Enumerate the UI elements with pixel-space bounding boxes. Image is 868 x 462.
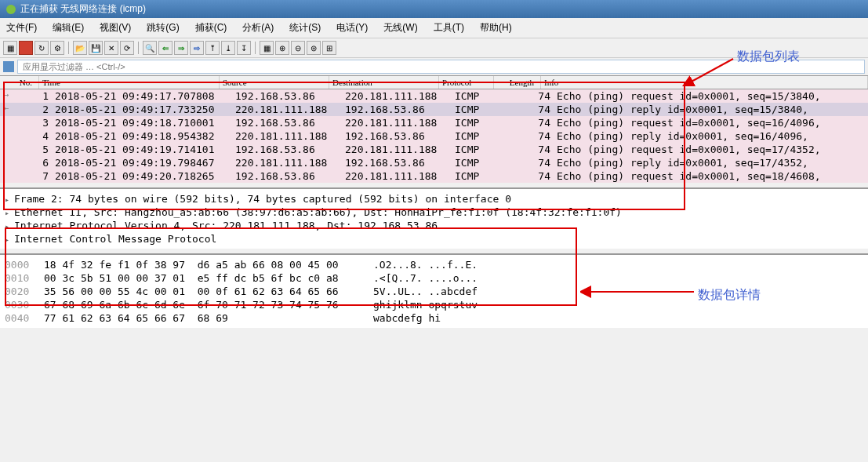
menu-item[interactable]: 分析(A) (239, 20, 277, 36)
packet-row[interactable]: 62018-05-21 09:49:19.798467220.181.111.1… (0, 156, 868, 169)
col-source[interactable]: Source (220, 76, 329, 89)
save-file-button[interactable]: 💾 (89, 41, 103, 55)
hex-offset: 0040 (5, 312, 44, 324)
hex-row[interactable]: 004077 61 62 63 64 65 66 67 68 69wabcdef… (5, 311, 863, 325)
col-time[interactable]: Time (39, 76, 220, 89)
menu-item[interactable]: 跳转(G) (143, 20, 182, 36)
hex-bytes: 18 4f 32 fe f1 0f 38 97 d6 a5 ab 66 08 0… (44, 259, 373, 271)
menu-item[interactable]: 文件(F) (3, 20, 40, 36)
autoscroll-button[interactable]: ↧ (237, 41, 251, 55)
cell-source: 192.168.53.86 (232, 90, 342, 102)
packet-row[interactable]: 32018-05-21 09:49:18.710001192.168.53.86… (0, 116, 868, 129)
col-protocol[interactable]: Protocol (439, 76, 494, 89)
cell-protocol: ICMP (452, 130, 507, 142)
cell-source: 220.181.111.188 (232, 104, 342, 115)
cell-info: Echo (ping) reply id=0x0001, seq=17/4352… (554, 157, 868, 169)
hex-row[interactable]: 000018 4f 32 fe f1 0f 38 97 d6 a5 ab 66 … (5, 258, 863, 271)
cell-protocol: ICMP (452, 170, 507, 182)
go-forward-button[interactable]: ⇒ (174, 41, 188, 55)
cell-protocol: ICMP (452, 90, 507, 102)
cell-length: 74 (507, 130, 554, 142)
zoom-out-button[interactable]: ⊖ (291, 41, 305, 55)
capture-options-button[interactable]: ⚙ (50, 41, 64, 55)
packet-list-pane: No. Time Source Destination Protocol Len… (0, 76, 868, 183)
annotation-detail-label: 数据包详情 (698, 287, 761, 304)
menu-item[interactable]: 帮助(H) (477, 20, 515, 36)
detail-tree-item[interactable]: Internet Protocol Version 4, Src: 220.18… (5, 219, 863, 232)
zoom-in-button[interactable]: ⊕ (275, 41, 289, 55)
app-icon (6, 5, 16, 14)
packet-row[interactable]: →12018-05-21 09:49:17.707808192.168.53.8… (0, 89, 868, 103)
colorize-button[interactable]: ▦ (260, 41, 274, 55)
packet-row[interactable]: ←22018-05-21 09:49:17.733250220.181.111.… (0, 103, 868, 116)
packet-list-header: No. Time Source Destination Protocol Len… (0, 76, 868, 89)
cell-time: 2018-05-21 09:49:19.714101 (52, 144, 232, 155)
hex-offset: 0030 (5, 299, 44, 311)
cell-destination: 220.181.111.188 (342, 90, 452, 102)
close-file-button[interactable]: ✕ (104, 41, 118, 55)
cell-protocol: ICMP (452, 104, 507, 115)
cell-length: 74 (507, 104, 554, 115)
resize-columns-button[interactable]: ⊞ (322, 41, 336, 55)
hex-row[interactable]: 001000 3c 5b 51 00 00 37 01 e5 ff dc b5 … (5, 271, 863, 285)
detail-tree-item[interactable]: Ethernet II, Src: Hangzhou_a5:ab:66 (38:… (5, 206, 863, 219)
menu-item[interactable]: 编辑(E) (49, 20, 87, 36)
bookmark-icon[interactable] (3, 61, 14, 72)
hex-ascii: .O2...8. ...f..E. (373, 259, 478, 271)
hex-bytes: 00 3c 5b 51 00 00 37 01 e5 ff dc b5 6f b… (44, 272, 373, 284)
reload-button[interactable]: ⟳ (120, 41, 134, 55)
cell-info: Echo (ping) request id=0x0001, seq=17/43… (554, 144, 868, 155)
menu-item[interactable]: 无线(W) (380, 20, 420, 36)
open-file-button[interactable]: 📂 (73, 41, 87, 55)
cell-no: 3 (13, 117, 52, 129)
packet-details-pane: Frame 2: 74 bytes on wire (592 bits), 74… (0, 187, 868, 249)
cell-length: 74 (507, 90, 554, 102)
hex-bytes: 77 61 62 63 64 65 66 67 68 69 (44, 312, 373, 324)
cell-destination: 220.181.111.188 (342, 117, 452, 129)
menu-item[interactable]: 视图(V) (96, 20, 134, 36)
cell-no: 6 (13, 157, 52, 169)
hex-ascii: wabcdefg hi (373, 312, 441, 324)
separator (255, 42, 256, 54)
cell-info: Echo (ping) reply id=0x0001, seq=15/3840… (554, 104, 868, 115)
zoom-reset-button[interactable]: ⊜ (307, 41, 321, 55)
cell-source: 192.168.53.86 (232, 117, 342, 129)
detail-tree-item[interactable]: Frame 2: 74 bytes on wire (592 bits), 74… (5, 192, 863, 206)
col-info[interactable]: Info (541, 76, 868, 89)
annotation-list-label: 数据包列表 (737, 49, 800, 65)
menu-item[interactable]: 捕获(C) (192, 20, 231, 36)
cell-destination: 192.168.53.86 (342, 157, 452, 169)
separator (138, 42, 139, 54)
col-destination[interactable]: Destination (329, 76, 439, 89)
cell-no: 1 (13, 90, 52, 102)
col-length[interactable]: Length (494, 76, 541, 89)
cell-protocol: ICMP (452, 144, 507, 155)
restart-capture-button[interactable]: ↻ (35, 41, 49, 55)
packet-row[interactable]: 52018-05-21 09:49:19.714101192.168.53.86… (0, 143, 868, 156)
cell-protocol: ICMP (452, 157, 507, 169)
go-back-button[interactable]: ⇐ (158, 41, 173, 55)
go-last-button[interactable]: ⤓ (221, 41, 235, 55)
window-title: 正在捕获 无线网络连接 (icmp) (20, 2, 146, 16)
detail-tree-item[interactable]: Internet Control Message Protocol (5, 232, 863, 246)
menu-item[interactable]: 工具(T) (430, 20, 467, 36)
cell-info: Echo (ping) request id=0x0001, seq=15/38… (554, 90, 868, 102)
menu-item[interactable]: 统计(S) (286, 20, 324, 36)
hex-ascii: .<[Q..7. ....o... (373, 272, 478, 284)
cell-no: 2 (13, 104, 52, 115)
go-first-button[interactable]: ⤒ (205, 41, 220, 55)
jump-button[interactable]: ⇨ (190, 41, 204, 55)
interfaces-icon[interactable]: ▦ (3, 41, 17, 55)
cell-info: Echo (ping) request id=0x0001, seq=18/46… (554, 170, 868, 182)
cell-source: 220.181.111.188 (232, 130, 342, 142)
packet-row[interactable]: 72018-05-21 09:49:20.718265192.168.53.86… (0, 169, 868, 183)
col-no[interactable]: No. (0, 76, 39, 89)
stop-capture-button[interactable] (19, 41, 33, 55)
packet-row[interactable]: 42018-05-21 09:49:18.954382220.181.111.1… (0, 129, 868, 143)
find-button[interactable]: 🔍 (143, 41, 157, 55)
hex-ascii: 5V..UL.. ..abcdef (373, 286, 478, 297)
menu-item[interactable]: 电话(Y) (333, 20, 371, 36)
cell-source: 192.168.53.86 (232, 170, 342, 182)
cell-info: Echo (ping) request id=0x0001, seq=16/40… (554, 117, 868, 129)
related-arrow-icon (0, 157, 13, 169)
